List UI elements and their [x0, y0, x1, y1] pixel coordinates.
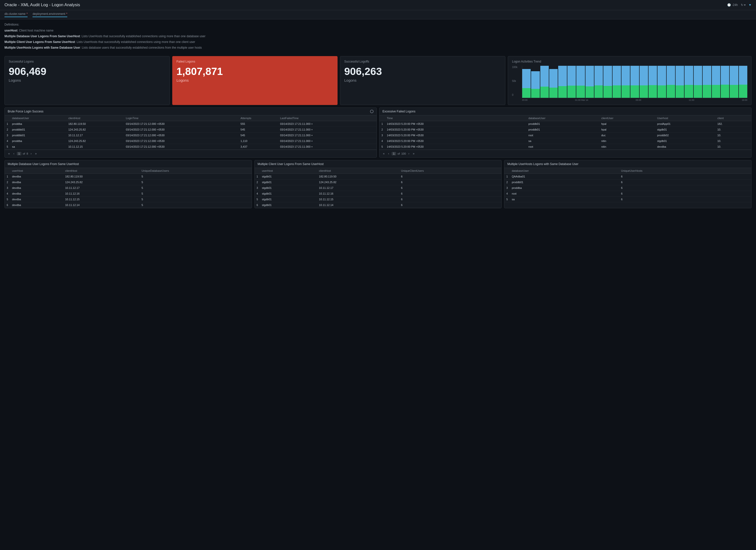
row-num: 6	[5, 202, 10, 208]
table-row: 2 proddb01 6	[504, 179, 751, 185]
cell-last-failed-time: 03/14/2023 17:21:11.000 +	[278, 138, 377, 144]
logon-trend-card: Logon Activities Trend 100k 50k 0 20:00 …	[508, 56, 752, 105]
definitions-section: Definitions: userHost: Client host machi…	[0, 19, 756, 54]
cell-userhost: devdba	[10, 174, 63, 179]
chart-x-labels: 20:00 01:00 Mar 14 06:00 11:00 16:00	[522, 99, 747, 101]
table-row: 5 sa 10.11.12.15 03/14/2023 17:21:12.000…	[5, 144, 377, 150]
bar-blue	[522, 69, 531, 88]
multi-userhost-panel: Multiple UserHosts Logons with Same Data…	[504, 160, 752, 208]
bar-green	[676, 85, 684, 98]
cell-client-user: hpal	[599, 121, 655, 127]
row-num: 2	[5, 179, 10, 185]
row-num: 2	[5, 127, 10, 133]
cell-userhost: devdba	[10, 179, 63, 185]
row-num: 1	[504, 174, 510, 179]
chart-bar-group	[594, 66, 603, 98]
cell-database-user: sa	[10, 144, 67, 150]
chart-bar-group	[522, 66, 531, 98]
cell-database-user: sa	[510, 197, 619, 202]
cell-database-user: proddb01	[510, 179, 619, 185]
table-row: 5 devdba 10.11.12.15 5	[5, 197, 252, 202]
row-num: 6	[255, 202, 260, 208]
chart-bar-group	[567, 66, 576, 98]
bottom-tables-row: Multiple Database User Logons From Same …	[0, 160, 756, 212]
filter-db-cluster[interactable]: db.cluster.name *	[4, 12, 28, 17]
chart-bar-group	[667, 66, 675, 98]
cell-database-user: root	[510, 191, 619, 197]
filter-deployment-env[interactable]: deployment.environment *	[33, 12, 67, 17]
chart-bar-group	[621, 66, 630, 98]
exc-pag-prev-btn[interactable]: ‹	[387, 151, 390, 156]
pag-prev-btn[interactable]: ‹	[12, 151, 15, 156]
col-attempts: Attempts	[239, 115, 278, 121]
cell-login-time: 03/14/2023 17:21:12.000 +0530	[124, 144, 239, 150]
col-num	[379, 115, 385, 121]
cell-userhost: devdba	[10, 191, 63, 197]
header-controls: 🕐 -24h ↻ ▾ ▼	[727, 3, 752, 7]
multi-db-table: userHost clientHost UniqueDatabaseUsers …	[5, 168, 252, 208]
bar-blue	[712, 66, 720, 85]
row-num: 3	[255, 185, 260, 191]
bar-blue	[585, 66, 594, 86]
cell-database-user: root	[526, 133, 599, 138]
successful-logoffs-sub: Logons	[344, 78, 501, 82]
def-multi-client: Multiple Client User Logons From Same Us…	[4, 40, 752, 44]
pag-first-btn[interactable]: «	[7, 151, 11, 156]
successful-logoffs-label: Successful Logoffs	[344, 60, 501, 63]
table-row: 3 stgdb01 10.11.12.17 6	[255, 185, 502, 191]
cell-client: 10.	[715, 138, 751, 144]
cell-attempts: 1,110	[239, 138, 278, 144]
def-userhost: userHost: Client host machine name	[4, 28, 752, 33]
brute-force-header: Brute Force Login Success	[5, 108, 377, 115]
col-userhost: Userhost	[655, 115, 715, 121]
cell-database-user: proddbb01	[10, 133, 67, 138]
bar-green	[657, 85, 666, 98]
exc-pag-next-btn[interactable]: ›	[407, 151, 410, 156]
bar-green	[567, 86, 576, 98]
table-row: 6 devdba 10.11.12.14 5	[5, 202, 252, 208]
pag-of-label: of	[23, 152, 25, 155]
pag-last-btn[interactable]: »	[34, 151, 38, 156]
bar-blue	[739, 66, 747, 85]
exc-pag-first-btn[interactable]: «	[382, 151, 386, 156]
cell-clienthost: 10.11.12.16	[317, 191, 399, 197]
def-multi-userhost: Multiple UserHosts Logons with Same Data…	[4, 45, 752, 50]
chart-y-labels: 100k 50k 0	[512, 66, 521, 96]
cell-client-host: 182.80.119.50	[66, 121, 124, 127]
exc-pag-last-btn[interactable]: »	[412, 151, 415, 156]
cell-userhost: stgdb01	[260, 191, 317, 197]
cell-unique: 6	[399, 197, 502, 202]
row-num: 3	[379, 133, 385, 138]
bar-blue	[613, 66, 621, 85]
cell-userhost: stgdb01	[260, 179, 317, 185]
pag-next-btn[interactable]: ›	[30, 151, 33, 156]
cell-time: 14/03/2023 5:20:00 PM +0530	[385, 144, 527, 150]
cell-client-user: nitin	[599, 144, 655, 150]
bar-green	[685, 85, 693, 98]
cell-unique: 6	[399, 191, 502, 197]
bar-green	[694, 85, 702, 98]
chart-bar-group	[721, 66, 729, 98]
failed-logons-sub: Logons	[176, 78, 333, 82]
table-row: 2 14/03/2023 5:20:00 PM +0530 proddb01 h…	[379, 127, 751, 133]
bar-blue	[703, 66, 711, 85]
bar-blue	[540, 66, 549, 87]
cell-userhost: stgdb01	[655, 138, 715, 144]
brute-force-options-icon[interactable]	[370, 110, 374, 113]
refresh-icon[interactable]: ↻ ▾	[741, 3, 746, 7]
bar-blue	[603, 66, 612, 86]
table-row: 6 stgdb01 10.11.12.14 6	[255, 202, 502, 208]
cell-database-user: proddba	[10, 138, 67, 144]
cell-unique: 6	[619, 174, 751, 179]
filter-icon[interactable]: ▼	[749, 3, 752, 7]
cell-clienthost: 124.243.25.82	[63, 179, 139, 185]
chart-bar-group	[585, 66, 594, 98]
bar-blue	[721, 66, 729, 85]
row-num: 1	[255, 174, 260, 179]
chart-bar-group	[712, 66, 720, 98]
cell-client-host: 10.11.12.17	[66, 133, 124, 138]
bar-green	[585, 86, 594, 98]
cell-userhost: stgdb01	[260, 185, 317, 191]
successful-logoffs-card: Successful Logoffs 906,263 Logons	[340, 56, 505, 105]
failed-logons-value: 1,807,871	[176, 66, 333, 77]
